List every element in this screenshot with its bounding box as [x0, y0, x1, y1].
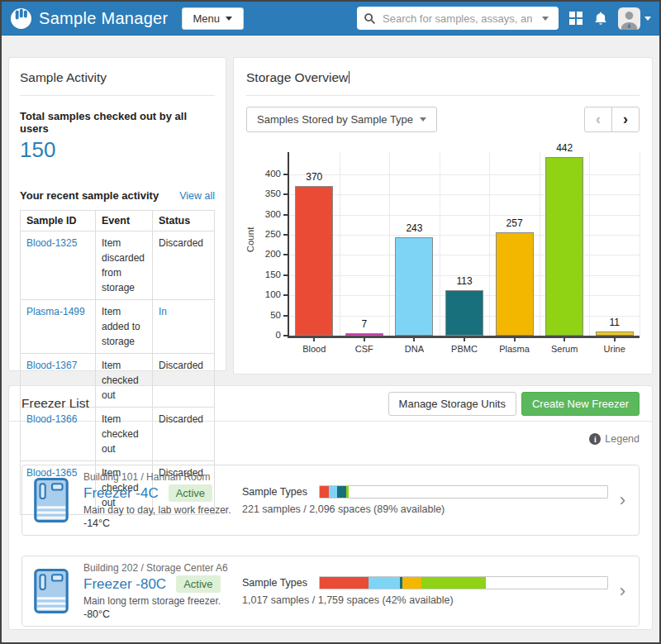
freezer-icon	[34, 478, 70, 522]
capacity-text: 221 samples / 2,096 spaces (89% availabl…	[242, 503, 608, 515]
search-input[interactable]	[381, 12, 534, 26]
bar-value-label: 442	[556, 142, 573, 154]
sample-id-link[interactable]: Blood-1367	[26, 360, 77, 371]
storage-overview-panel: Storage Overview Samples Stored by Sampl…	[233, 57, 653, 374]
capacity-bar-segment	[329, 486, 337, 498]
x-tick-label: CSF	[355, 344, 373, 354]
status-badge: Active	[169, 484, 212, 502]
capacity-bar-segment	[337, 486, 346, 498]
freezer-name-link[interactable]: Freezer -4C	[83, 485, 159, 502]
app-window: Sample Manager Menu	[0, 0, 661, 644]
chart-type-dropdown[interactable]: Samples Stored by Sample Type	[246, 107, 437, 132]
capacity-bar-segment	[369, 577, 401, 589]
sample-activity-title: Sample Activity	[20, 70, 215, 85]
axis-tick	[283, 315, 288, 317]
chart-bar[interactable]	[395, 237, 433, 336]
search-box	[357, 7, 559, 30]
legend-label: Legend	[605, 433, 640, 445]
chevron-right-icon[interactable]: ›	[618, 582, 627, 600]
chevron-right-icon[interactable]: ›	[618, 491, 627, 509]
brand[interactable]: Sample Manager	[10, 7, 169, 30]
axis-tick	[283, 335, 288, 336]
freezer-card[interactable]: Building 202 / Storage Center A6 Freezer…	[21, 556, 640, 627]
gridline	[489, 152, 490, 336]
chart-bar[interactable]	[445, 290, 483, 336]
manage-storage-units-button[interactable]: Manage Storage Units	[388, 392, 516, 416]
notifications-bell-icon[interactable]	[593, 11, 608, 26]
chart-bar[interactable]	[295, 186, 333, 336]
status-badge: Active	[176, 575, 220, 593]
top-navbar: Sample Manager Menu	[2, 2, 659, 36]
axis-tick	[313, 338, 315, 341]
chart-plot: Count 050100150200250300350400370Blood7C…	[288, 152, 640, 338]
capacity-bar-segment	[320, 577, 369, 589]
gridline	[440, 152, 440, 336]
text-cursor	[349, 71, 350, 83]
chart-bar[interactable]	[596, 332, 634, 336]
gridline	[289, 235, 640, 236]
axis-tick	[283, 193, 288, 195]
event-cell: Item checked out	[96, 354, 153, 408]
table-row: Blood-1325 Item discarded from storage D…	[21, 231, 215, 300]
next-chart-button[interactable]: ›	[611, 107, 640, 132]
col-header-event: Event	[96, 211, 153, 231]
prev-chart-button[interactable]: ‹	[584, 107, 612, 132]
chart-bar[interactable]	[545, 157, 583, 336]
freezer-description: Main long term storage freezer.	[83, 595, 242, 607]
axis-tick	[614, 338, 616, 341]
freezer-card[interactable]: Building 101 / Hannah Room Freezer -4C A…	[21, 465, 640, 536]
y-tick-label: 300	[254, 209, 281, 219]
y-tick-label: 100	[254, 289, 281, 299]
capacity-bar-segment	[346, 486, 349, 498]
x-tick-label: Urine	[604, 344, 625, 354]
user-menu[interactable]	[618, 7, 651, 30]
chevron-down-icon	[420, 117, 426, 122]
freezer-icon	[34, 569, 70, 613]
recent-activity-label: Your recent sample activity	[20, 189, 159, 202]
search-scope-dropdown[interactable]	[539, 13, 552, 24]
apps-grid-icon[interactable]	[568, 11, 583, 26]
sample-id-link[interactable]: Plasma-1499	[26, 306, 85, 317]
bar-value-label: 11	[609, 317, 619, 328]
axis-tick	[283, 254, 288, 255]
app-title: Sample Manager	[39, 9, 169, 28]
col-header-sample-id: Sample ID	[21, 211, 96, 231]
bar-value-label: 243	[406, 222, 422, 234]
capacity-text: 1,017 samples / 1,759 spaces (42% availa…	[242, 594, 608, 606]
total-checked-out-value: 150	[20, 137, 215, 163]
capacity-bar	[319, 485, 608, 499]
table-header-row: Sample ID Event Status	[21, 211, 215, 231]
sample-id-link[interactable]: Blood-1325	[26, 237, 77, 249]
recent-activity-table: Sample ID Event Status Blood-1325 Item d…	[20, 210, 215, 515]
y-tick-label: 350	[254, 188, 281, 198]
y-tick-label: 250	[254, 229, 281, 239]
sample-id-link[interactable]: Blood-1365	[26, 467, 77, 479]
chart-type-dropdown-label: Samples Stored by Sample Type	[257, 113, 413, 126]
create-new-freezer-button[interactable]: Create New Freezer	[521, 392, 640, 416]
freezer-temperature: -14°C	[83, 518, 242, 529]
app-logo-icon	[10, 7, 32, 30]
chart-bar[interactable]	[345, 333, 383, 336]
search-icon	[364, 12, 376, 25]
status-cell[interactable]: In	[153, 300, 215, 354]
gridline	[289, 215, 640, 216]
chevron-down-icon	[644, 17, 651, 21]
axis-tick	[283, 214, 288, 216]
y-tick-label: 200	[254, 249, 281, 259]
gridline	[289, 194, 640, 195]
freezer-name-link[interactable]: Freezer -80C	[83, 576, 166, 593]
freezer-location-breadcrumb: Building 202 / Storage Center A6	[83, 562, 242, 574]
status-cell: Discarded	[153, 408, 215, 461]
axis-tick	[283, 294, 288, 296]
view-all-link[interactable]: View all	[179, 190, 215, 202]
menu-button[interactable]: Menu	[182, 7, 245, 30]
x-tick-label: Plasma	[499, 344, 530, 354]
axis-tick	[283, 274, 288, 276]
chart-bar[interactable]	[496, 232, 534, 336]
sample-id-link[interactable]: Blood-1366	[26, 413, 77, 425]
gridline	[340, 152, 340, 336]
sample-types-label: Sample Types	[242, 486, 307, 498]
menu-button-label: Menu	[193, 12, 221, 25]
axis-tick	[564, 338, 565, 341]
storage-bar-chart: Count 050100150200250300350400370Blood7C…	[246, 152, 640, 338]
